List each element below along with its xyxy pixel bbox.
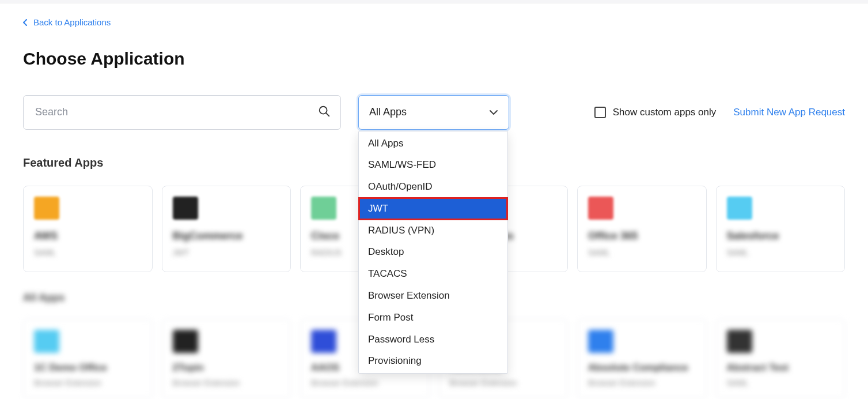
- filter-select[interactable]: All Apps: [358, 95, 509, 130]
- app-icon: [311, 197, 336, 220]
- back-link-label: Back to Applications: [33, 17, 111, 27]
- app-card[interactable]: 2TopinBrowser Extension: [162, 319, 291, 398]
- app-name: Absolute Compliance: [588, 362, 696, 374]
- right-controls: Show custom apps only Submit New App Req…: [594, 107, 845, 118]
- app-sub: Browser Extension: [450, 378, 558, 387]
- filter-wrap: All Apps All AppsSAML/WS-FEDOAuth/OpenID…: [358, 95, 509, 130]
- app-icon: [173, 330, 198, 353]
- app-sub: SAML: [34, 248, 142, 257]
- app-sub: Browser Extension: [588, 378, 696, 387]
- filter-option[interactable]: Password Less: [359, 329, 507, 351]
- app-card[interactable]: Abstract TestSAML: [716, 319, 846, 398]
- custom-apps-label: Show custom apps only: [613, 107, 717, 118]
- app-icon: [173, 197, 198, 220]
- filter-option[interactable]: JWT: [359, 198, 507, 220]
- filter-option[interactable]: SAML/WS-FED: [359, 154, 507, 176]
- app-icon: [311, 330, 336, 353]
- submit-new-app-link[interactable]: Submit New App Request: [733, 107, 845, 118]
- app-card[interactable]: 1C Demo OfficeBrowser Extension: [23, 319, 153, 398]
- filter-option[interactable]: TACACS: [359, 263, 507, 285]
- search-wrap: [23, 95, 341, 130]
- app-card[interactable]: Office 365SAML: [577, 186, 707, 272]
- app-sub: JWT: [173, 248, 281, 257]
- chevron-left-icon: [23, 19, 28, 26]
- page-title: Choose Application: [23, 49, 845, 69]
- search-input[interactable]: [23, 95, 341, 130]
- app-name: Abstract Test: [727, 362, 835, 374]
- app-card[interactable]: AWSSAML: [23, 186, 153, 272]
- search-icon[interactable]: [318, 105, 331, 120]
- app-sub: Browser Extension: [311, 378, 419, 387]
- app-icon: [34, 197, 59, 220]
- controls-row: All Apps All AppsSAML/WS-FEDOAuth/OpenID…: [23, 95, 845, 130]
- filter-option[interactable]: Form Post: [359, 307, 507, 329]
- checkbox-box: [594, 107, 606, 118]
- filter-option[interactable]: RADIUS (VPN): [359, 220, 507, 242]
- top-border: [0, 0, 868, 3]
- filter-option[interactable]: Desktop: [359, 241, 507, 263]
- filter-option[interactable]: Provisioning: [359, 350, 507, 372]
- filter-selected-label: All Apps: [369, 106, 407, 118]
- filter-option[interactable]: Browser Extension: [359, 285, 507, 307]
- app-sub: SAML: [727, 248, 835, 257]
- app-name: BigCommerce: [173, 230, 281, 242]
- filter-option[interactable]: All Apps: [359, 133, 507, 155]
- app-sub: SAML: [588, 248, 696, 257]
- back-to-applications-link[interactable]: Back to Applications: [23, 17, 111, 27]
- app-icon: [588, 330, 613, 353]
- app-icon: [727, 197, 752, 220]
- chevron-down-icon: [489, 106, 498, 118]
- app-name: Salesforce: [727, 230, 835, 242]
- filter-dropdown: All AppsSAML/WS-FEDOAuth/OpenIDJWTRADIUS…: [358, 131, 508, 374]
- app-icon: [34, 330, 59, 353]
- app-sub: Browser Extension: [173, 378, 281, 387]
- app-name: 1C Demo Office: [34, 362, 142, 374]
- app-sub: Browser Extension: [34, 378, 142, 387]
- custom-apps-checkbox[interactable]: Show custom apps only: [594, 107, 717, 118]
- app-sub: SAML: [727, 378, 835, 387]
- app-card[interactable]: Absolute ComplianceBrowser Extension: [577, 319, 707, 398]
- app-card[interactable]: BigCommerceJWT: [162, 186, 291, 272]
- app-name: AWS: [34, 230, 142, 242]
- app-name: 2Topin: [173, 362, 281, 374]
- app-name: Office 365: [588, 230, 696, 242]
- app-icon: [588, 197, 613, 220]
- svg-line-1: [326, 113, 329, 116]
- app-card[interactable]: SalesforceSAML: [716, 186, 846, 272]
- filter-option[interactable]: OAuth/OpenID: [359, 176, 507, 198]
- app-icon: [727, 330, 752, 353]
